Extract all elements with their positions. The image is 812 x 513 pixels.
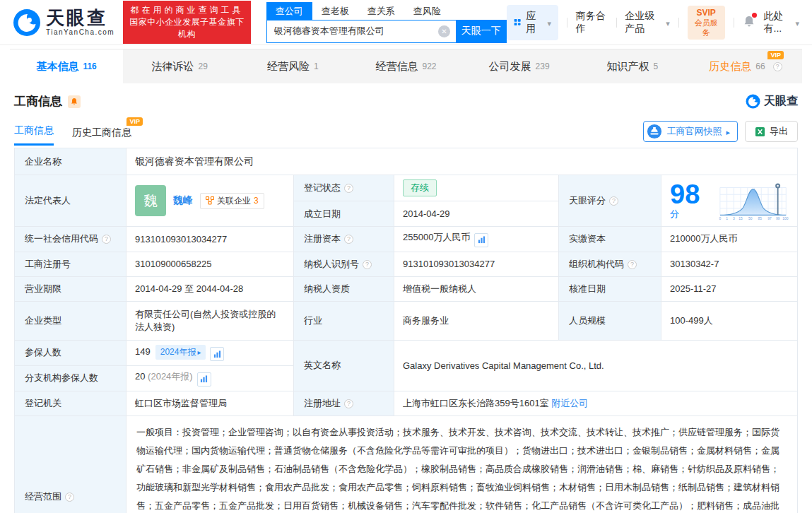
help-icon[interactable] <box>773 62 782 71</box>
user-menu[interactable]: 此处有... <box>764 10 799 35</box>
clear-icon[interactable] <box>438 25 450 37</box>
svip-membership-badge[interactable]: SVIP 会员服务 <box>688 6 725 40</box>
taxpayer-quality-label: 纳税人资质 <box>294 276 394 301</box>
annual-report-badge[interactable]: 2024年报 <box>155 345 206 360</box>
related-label: 关联企业 <box>217 195 251 207</box>
help-icon[interactable] <box>102 235 111 244</box>
chart-icon[interactable] <box>197 372 211 387</box>
help-icon[interactable] <box>344 184 353 193</box>
search-tab-relation[interactable]: 查关系 <box>358 2 404 20</box>
biz-term-value: 2014-04-29 至 2044-04-28 <box>126 276 294 301</box>
snapshot-label: 工商官网快照 <box>666 125 722 138</box>
approval-date-label: 核准日期 <box>559 276 661 301</box>
table-row: 法定代表人 魏 魏峰 关联企业 3 <box>15 175 798 201</box>
credit-code-value: 913101093013034277 <box>126 227 294 252</box>
help-icon[interactable] <box>609 196 618 206</box>
tab-company-development[interactable]: 公司发展 239 <box>463 49 576 83</box>
svip-service-label: 会员服务 <box>694 18 719 37</box>
reg-number-value: 310109000658225 <box>126 252 294 276</box>
tab-business-info[interactable]: 经营信息 922 <box>349 49 462 83</box>
tab-legal-proceedings[interactable]: 法律诉讼 29 <box>123 49 236 83</box>
search-tab-risk[interactable]: 查风险 <box>404 2 450 20</box>
help-icon[interactable] <box>344 399 353 408</box>
label-text: 注册地址 <box>304 398 341 408</box>
svg-text:1: 1 <box>726 217 728 220</box>
company-name-label: 企业名称 <box>15 148 126 175</box>
export-button[interactable]: 导出 <box>745 121 798 142</box>
tab-count: 29 <box>199 61 208 71</box>
table-row: 参保人数 1492024年报 英文名称 Galaxy Derivatives C… <box>15 340 798 366</box>
chevron-down-icon <box>663 17 670 28</box>
divider <box>678 18 679 28</box>
reg-number-label: 工商注册号 <box>15 252 126 276</box>
help-icon[interactable] <box>344 235 353 244</box>
branch-insured-value: 20 (2024年报) <box>126 366 294 391</box>
subtab-registration-info[interactable]: 工商信息 <box>14 124 54 146</box>
excel-icon <box>755 126 765 137</box>
insured-label: 参保人数 <box>15 340 126 366</box>
search-tab-company[interactable]: 查公司 <box>266 2 312 20</box>
top-header: 天眼查 TianYanCha.com 都在用的商业查询工具 国家中小企业发展子基… <box>0 0 812 45</box>
tianyancha-logo[interactable]: 天眼查 TianYanCha.com <box>13 8 114 37</box>
svg-text:0: 0 <box>719 217 721 220</box>
chart-icon[interactable] <box>474 233 488 247</box>
tab-history-info[interactable]: VIP 历史信息 66 <box>689 49 802 83</box>
search-button[interactable]: 天眼一下 <box>456 20 507 43</box>
menu-enterprise[interactable]: 企业级产品 <box>625 10 670 35</box>
svg-text:85: 85 <box>758 217 762 220</box>
branch-insured-label: 分支机构参保人数 <box>15 366 126 391</box>
tab-label: 法律诉讼 <box>152 60 194 73</box>
svg-text:99: 99 <box>776 217 780 220</box>
nearby-companies-link[interactable]: 附近公司 <box>551 398 588 408</box>
label-text: 天眼评分 <box>569 195 606 206</box>
notification-bell[interactable] <box>743 15 755 30</box>
tianyancha-watermark-icon <box>746 94 760 109</box>
arrow-right-icon <box>726 126 730 137</box>
tab-label: 历史信息 <box>709 60 751 73</box>
divider <box>567 18 567 28</box>
stamp-icon <box>647 124 662 139</box>
search-tab-boss[interactable]: 查老板 <box>312 2 358 20</box>
subtab-label: 历史工商信息 <box>72 126 131 138</box>
search-input[interactable] <box>266 20 456 43</box>
divider <box>734 18 734 28</box>
chevron-down-icon <box>544 17 551 28</box>
tab-intellectual-property[interactable]: 知识产权 5 <box>576 49 689 83</box>
vip-badge: VIP <box>767 51 784 59</box>
search-tabs: 查公司 查老板 查关系 查风险 <box>266 2 507 20</box>
registration-info-table: 企业名称 银河德睿资本管理有限公司 法定代表人 魏 魏峰 关联企 <box>14 148 798 513</box>
related-companies-badge[interactable]: 关联企业 3 <box>200 193 264 209</box>
table-row: 企业类型 有限责任公司(自然人投资或控股的法人独资) 行业 商务服务业 人员规模… <box>15 301 798 340</box>
svip-label: SVIP <box>694 8 719 18</box>
help-icon[interactable] <box>628 260 637 269</box>
apps-menu[interactable]: 应用 <box>507 5 558 40</box>
avatar[interactable]: 魏 <box>135 185 166 216</box>
official-snapshot-button[interactable]: 工商官网快照 <box>643 121 738 142</box>
tab-count: 239 <box>536 61 550 71</box>
label-text: 统一社会信用代码 <box>25 233 98 244</box>
legal-rep-link[interactable]: 魏峰 <box>173 194 193 207</box>
taxpayer-quality-value: 增值税一般纳税人 <box>394 276 559 301</box>
tab-count: 1 <box>314 61 319 71</box>
svg-text:15: 15 <box>739 217 743 220</box>
slogan-line1: 都在用的商业查询工具 <box>129 4 245 16</box>
label-text: 经营范围 <box>25 491 61 502</box>
help-icon[interactable] <box>65 493 74 502</box>
chevron-down-icon <box>792 17 799 28</box>
subtab-history-registration-info[interactable]: 历史工商信息 VIP <box>72 126 131 146</box>
paid-capital-label: 实缴资本 <box>559 227 661 252</box>
table-row: 登记机关 虹口区市场监督管理局 注册地址 上海市虹口区东长治路359号1601室… <box>15 391 798 415</box>
table-row: 工商注册号 310109000658225 纳税人识别号 91310109301… <box>15 252 798 276</box>
chart-icon[interactable] <box>210 347 224 361</box>
menu-cooperation[interactable]: 商务合作 <box>576 10 608 35</box>
tab-basic-info[interactable]: 基本信息 116 <box>10 49 123 83</box>
tab-operational-risk[interactable]: 经营风险 1 <box>236 49 349 83</box>
address-text: 上海市虹口区东长治路359号1601室 <box>403 398 549 408</box>
biz-term-label: 营业期限 <box>15 276 126 301</box>
tab-label: 公司发展 <box>489 60 531 73</box>
slogan-line2: 国家中小企业发展子基金旗下机构 <box>129 16 245 40</box>
related-count: 3 <box>254 196 259 206</box>
help-icon[interactable] <box>363 260 372 269</box>
apps-label: 应用 <box>526 10 539 35</box>
announcement-icon[interactable] <box>68 95 81 108</box>
